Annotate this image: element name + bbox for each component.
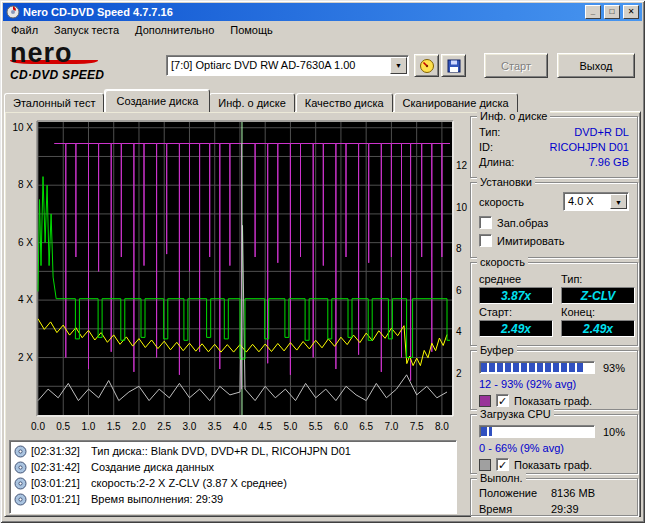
log-entry[interactable]: [03:01:21] скорость:2-2 X Z-CLV (3.87 X … [10, 475, 456, 491]
log-entry[interactable]: [02:31:42] Создание диска данных [10, 459, 456, 475]
disc-type-value: DVD+R DL [574, 126, 629, 138]
cpu-percent: 10% [603, 426, 625, 438]
chevron-down-icon[interactable]: ▼ [610, 194, 627, 209]
buffer-range: 12 - 93% (92% avg) [471, 374, 637, 390]
buffer-percent: 93% [603, 362, 625, 374]
disc-info-group: Инф. о диске Тип: DVD+R DL ID: RICOHJPN … [470, 116, 638, 178]
tab-strip: Эталонный тест Создание диска Инф. о дис… [4, 89, 519, 112]
start-button[interactable]: Старт [484, 53, 548, 78]
start-speed-value: 2.49x [479, 320, 553, 337]
log-time: [02:31:32] [31, 445, 91, 457]
maximize-button[interactable]: □ [604, 5, 620, 19]
svg-text:7.0: 7.0 [384, 421, 398, 432]
titlebar[interactable]: Nero CD-DVD Speed 4.7.7.16 _ □ ✕ [3, 3, 642, 21]
log-text: Создание диска данных [91, 461, 214, 473]
exit-button[interactable]: Выход [557, 53, 635, 78]
svg-text:6.0: 6.0 [334, 421, 348, 432]
svg-text:10 X: 10 X [12, 122, 33, 133]
chart-canvas: 0.00.51.01.52.02.53.03.54.04.55.05.56.06… [8, 114, 468, 438]
cpu-range: 0 - 66% (9% avg) [471, 438, 637, 454]
buffer-show-graph-checkbox[interactable]: ✓ [496, 394, 509, 407]
start-speed-label: Старт: [479, 306, 553, 318]
disc-id-value: RICOHJPN D01 [550, 141, 629, 153]
tab-disc-info[interactable]: Инф. о диске [209, 93, 294, 112]
svg-text:4.0: 4.0 [233, 421, 247, 432]
group-title: Выполн. [477, 472, 526, 485]
disc-icon [14, 445, 27, 458]
log-time: [03:01:21] [31, 477, 91, 489]
minimize-button[interactable]: _ [585, 5, 601, 19]
speed-type-label: Тип: [561, 273, 635, 285]
log-text: Время выполнения: 29:39 [91, 493, 223, 505]
cpu-group: Загрузка CPU 10% 0 - 66% (9% avg) ✓ Пока… [470, 414, 638, 474]
svg-text:6: 6 [456, 285, 462, 296]
svg-text:8.0: 8.0 [435, 421, 449, 432]
menu-extra[interactable]: Дополнительно [127, 22, 222, 38]
speed-group: скорость среднее Тип: 3.87x Z-CLV Старт:… [470, 262, 638, 346]
menu-help[interactable]: Помощь [222, 22, 281, 38]
group-title: Загрузка CPU [477, 408, 554, 421]
svg-text:10: 10 [456, 202, 468, 213]
buffer-group: Буфер 93% 12 - 93% (92% avg) ✓ Показать … [470, 350, 638, 410]
svg-text:4: 4 [456, 326, 462, 337]
tab-create-disc[interactable]: Создание диска [104, 89, 210, 112]
cpu-show-graph-label: Показать граф. [514, 459, 592, 471]
save-icon [446, 58, 462, 74]
write-speed-chart: 0.00.51.01.52.02.53.03.54.04.55.05.56.06… [8, 114, 468, 438]
log-text: Тип диска:: Blank DVD, DVD+R DL, RICOHJP… [91, 445, 351, 457]
log-entry[interactable]: [02:31:32] Тип диска:: Blank DVD, DVD+R … [10, 443, 456, 459]
menu-file[interactable]: Файл [3, 22, 46, 38]
nero-logo: nero CD·DVD SPEED [10, 41, 162, 82]
svg-text:1.5: 1.5 [107, 421, 121, 432]
speed-select[interactable]: 4.0 X ▼ [563, 192, 629, 211]
group-title: Установки [477, 176, 535, 189]
chevron-down-icon[interactable]: ▼ [390, 57, 407, 74]
cpu-color-swatch [479, 459, 491, 471]
elapsed-value: 29:39 [551, 503, 579, 515]
svg-text:2 X: 2 X [18, 352, 33, 363]
save-button[interactable] [441, 54, 466, 77]
svg-text:0.5: 0.5 [56, 421, 70, 432]
cpu-show-graph-checkbox[interactable]: ✓ [496, 458, 509, 471]
menubar: Файл Запуск теста Дополнительно Помощь [3, 21, 642, 39]
svg-text:4 X: 4 X [18, 294, 33, 305]
position-label: Положение [479, 487, 551, 499]
svg-text:8 X: 8 X [18, 179, 33, 190]
log-text: скорость:2-2 X Z-CLV (3.87 X среднее) [91, 477, 287, 489]
cpu-progress-fill [481, 427, 492, 436]
close-button[interactable]: ✕ [623, 5, 639, 19]
disc-id-label: ID: [479, 141, 493, 153]
svg-text:3.0: 3.0 [183, 421, 197, 432]
write-image-label: Зап.образ [497, 217, 548, 229]
tab-disc-quality[interactable]: Качество диска [296, 93, 393, 112]
disc-type-label: Тип: [479, 126, 500, 138]
speed-options-button[interactable] [414, 54, 439, 77]
write-image-checkbox[interactable] [479, 216, 492, 229]
speedometer-icon [419, 58, 435, 74]
svg-text:4.5: 4.5 [258, 421, 272, 432]
buffer-show-graph-label: Показать граф. [514, 395, 592, 407]
svg-text:7.5: 7.5 [410, 421, 424, 432]
svg-text:6 X: 6 X [18, 237, 33, 248]
buffer-color-swatch [479, 395, 491, 407]
buffer-progressbar [479, 361, 595, 374]
app-window: Nero CD-DVD Speed 4.7.7.16 _ □ ✕ Файл За… [0, 0, 645, 523]
app-icon [6, 5, 20, 19]
result-group: Выполн. Положение 8136 MB Время 29:39 [470, 478, 638, 516]
log-list[interactable]: [02:31:32] Тип диска:: Blank DVD, DVD+R … [9, 440, 457, 514]
tab-benchmark[interactable]: Эталонный тест [4, 93, 104, 112]
tab-scandisc[interactable]: Сканирование диска [394, 93, 518, 112]
end-speed-label: Конец: [561, 306, 635, 318]
buffer-progress-fill [481, 363, 585, 372]
drive-selector[interactable]: [7:0] Optiarc DVD RW AD-7630A 1.00 ▼ [166, 55, 409, 76]
svg-text:0.0: 0.0 [31, 421, 45, 432]
drive-selector-value: [7:0] Optiarc DVD RW AD-7630A 1.00 [171, 59, 355, 71]
log-entry[interactable]: [03:01:21] Время выполнения: 29:39 [10, 491, 456, 507]
svg-text:8: 8 [456, 243, 462, 254]
cddvdspeed-logo-text: CD·DVD SPEED [10, 68, 162, 82]
speed-select-label: скорость [479, 196, 524, 208]
simulate-checkbox[interactable] [479, 234, 492, 247]
menu-run-test[interactable]: Запуск теста [46, 22, 127, 38]
group-title: Буфер [477, 344, 517, 357]
svg-text:2.5: 2.5 [157, 421, 171, 432]
